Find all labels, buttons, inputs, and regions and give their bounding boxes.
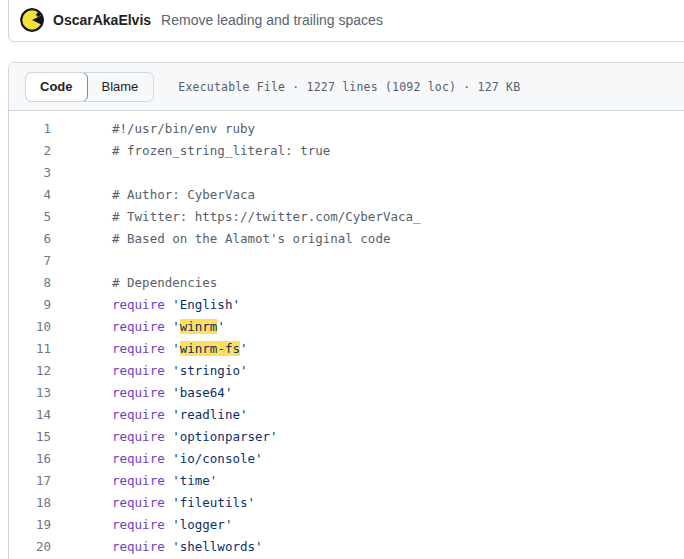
code-line: 1#!/usr/bin/env ruby [9, 118, 684, 140]
code-token: # Twitter: https://twitter.com/CyberVaca… [112, 209, 421, 224]
line-number[interactable]: 10 [9, 316, 51, 338]
commit-message-link[interactable]: Remove leading and trailing spaces [161, 12, 383, 28]
line-content: # frozen_string_literal: true [112, 140, 330, 162]
code-line: 20require 'shellwords' [9, 536, 684, 558]
code-token: 'stringio' [172, 363, 247, 378]
code-token: ' [217, 319, 225, 334]
code-token: ' [172, 341, 180, 356]
code-token: winrm [180, 319, 218, 334]
code-token: require [112, 363, 165, 378]
code-line: 9require 'English' [9, 294, 684, 316]
file-metadata-text: Executable File · 1227 lines (1092 loc) … [178, 80, 520, 94]
line-number[interactable]: 19 [9, 514, 51, 536]
code-token: 'readline' [172, 407, 247, 422]
code-line: 13require 'base64' [9, 382, 684, 404]
line-number[interactable]: 16 [9, 448, 51, 470]
tab-code[interactable]: Code [25, 72, 88, 102]
code-line: 11require 'winrm-fs' [9, 338, 684, 360]
code-line: 15require 'optionparser' [9, 426, 684, 448]
line-number[interactable]: 12 [9, 360, 51, 382]
line-number[interactable]: 11 [9, 338, 51, 360]
code-line: 2# frozen_string_literal: true [9, 140, 684, 162]
line-number[interactable]: 7 [9, 250, 51, 272]
code-line: 4# Author: CyberVaca [9, 184, 684, 206]
line-number[interactable]: 5 [9, 206, 51, 228]
line-number[interactable]: 15 [9, 426, 51, 448]
line-content: require 'readline' [112, 404, 247, 426]
line-content: require 'io/console' [112, 448, 263, 470]
code-token: 'shellwords' [172, 539, 262, 554]
line-content: # Author: CyberVaca [112, 184, 255, 206]
code-token: require [112, 517, 165, 532]
code-token: 'logger' [172, 517, 232, 532]
line-content: require 'winrm' [112, 316, 225, 338]
line-number[interactable]: 8 [9, 272, 51, 294]
line-content: require 'English' [112, 294, 240, 316]
code-token: # Dependencies [112, 275, 217, 290]
code-line: 3 [9, 162, 684, 184]
line-number[interactable]: 6 [9, 228, 51, 250]
commit-author-link[interactable]: OscarAkaElvis [53, 12, 151, 28]
code-token: require [112, 451, 165, 466]
code-token: ' [172, 319, 180, 334]
code-token: require [112, 495, 165, 510]
code-line: 16require 'io/console' [9, 448, 684, 470]
code-token: # Based on the Alamot's original code [112, 231, 390, 246]
line-content: require 'winrm-fs' [112, 338, 248, 360]
code-token: require [112, 319, 165, 334]
code-token: require [112, 539, 165, 554]
commit-info: OscarAkaElvis Remove leading and trailin… [9, 0, 383, 41]
line-number[interactable]: 13 [9, 382, 51, 404]
code-line: 6# Based on the Alamot's original code [9, 228, 684, 250]
code-blame-segmented-control: Code Blame [25, 72, 154, 102]
code-token: #!/usr/bin/env ruby [112, 121, 255, 136]
code-line: 10require 'winrm' [9, 316, 684, 338]
line-number[interactable]: 1 [9, 118, 51, 140]
line-content: # Twitter: https://twitter.com/CyberVaca… [112, 206, 421, 228]
file-view-panel: Code Blame Executable File · 1227 lines … [8, 62, 684, 559]
line-number[interactable]: 9 [9, 294, 51, 316]
line-content: require 'shellwords' [112, 536, 263, 558]
code-token: ' [240, 341, 248, 356]
file-toolbar: Code Blame Executable File · 1227 lines … [9, 63, 684, 111]
line-number[interactable]: 3 [9, 162, 51, 184]
line-content: require 'optionparser' [112, 426, 278, 448]
line-number[interactable]: 17 [9, 470, 51, 492]
code-line: 18require 'fileutils' [9, 492, 684, 514]
line-number[interactable]: 18 [9, 492, 51, 514]
code-token: require [112, 297, 165, 312]
line-content: # Based on the Alamot's original code [112, 228, 390, 250]
code-line: 12require 'stringio' [9, 360, 684, 382]
code-line: 19require 'logger' [9, 514, 684, 536]
line-content: # Dependencies [112, 272, 217, 294]
line-number[interactable]: 2 [9, 140, 51, 162]
code-token: 'optionparser' [172, 429, 277, 444]
code-token: require [112, 407, 165, 422]
code-token: winrm-fs [180, 341, 240, 356]
tab-blame[interactable]: Blame [87, 73, 154, 101]
line-number[interactable]: 20 [9, 536, 51, 558]
code-token: # frozen_string_literal: true [112, 143, 330, 158]
line-content: require 'base64' [112, 382, 232, 404]
code-token: 'time' [172, 473, 217, 488]
code-token: 'io/console' [172, 451, 262, 466]
code-line: 14require 'readline' [9, 404, 684, 426]
line-content: #!/usr/bin/env ruby [112, 118, 255, 140]
latest-commit-bar: OscarAkaElvis Remove leading and trailin… [8, 0, 684, 42]
code-token: require [112, 341, 165, 356]
code-token: require [112, 385, 165, 400]
line-content: require 'fileutils' [112, 492, 255, 514]
code-line: 17require 'time' [9, 470, 684, 492]
line-content: require 'time' [112, 470, 217, 492]
code-token: 'English' [172, 297, 240, 312]
line-content: require 'stringio' [112, 360, 247, 382]
line-number[interactable]: 14 [9, 404, 51, 426]
code-listing: 1#!/usr/bin/env ruby2# frozen_string_lit… [9, 111, 684, 558]
code-token: require [112, 473, 165, 488]
code-line: 7 [9, 250, 684, 272]
code-token: # Author: CyberVaca [112, 187, 255, 202]
author-avatar-pacman-icon[interactable] [20, 8, 44, 32]
code-token: 'fileutils' [172, 495, 255, 510]
line-number[interactable]: 4 [9, 184, 51, 206]
code-line: 5# Twitter: https://twitter.com/CyberVac… [9, 206, 684, 228]
